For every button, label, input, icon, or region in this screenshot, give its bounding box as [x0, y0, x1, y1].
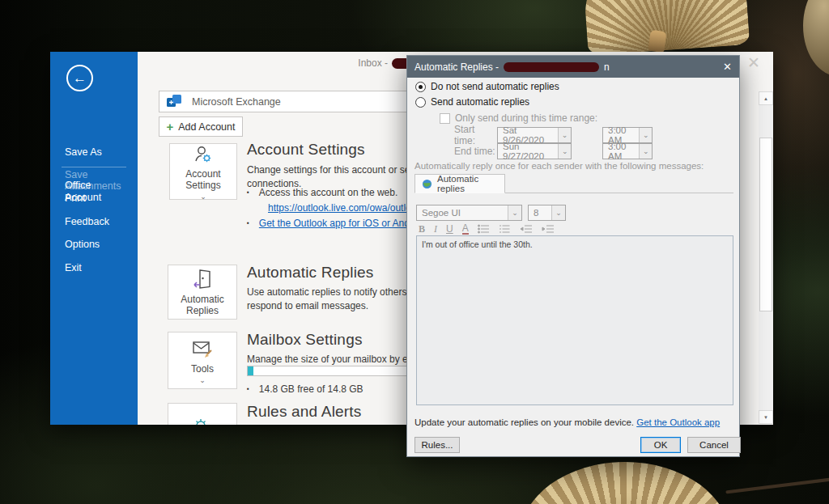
- automatic-replies-desc-line2: respond to email messages.: [247, 300, 368, 311]
- cancel-button[interactable]: Cancel: [687, 437, 741, 453]
- sidebar-item-exit[interactable]: Exit: [65, 262, 82, 273]
- font-color-icon[interactable]: A: [462, 224, 469, 235]
- automatic-replies-desc-line1: Use automatic replies to notify others t…: [247, 286, 433, 298]
- automatic-replies-dialog: Automatic Replies - n ✕ Do not send auto…: [406, 55, 740, 457]
- italic-icon[interactable]: I: [434, 223, 437, 235]
- mailbox-settings-heading: Mailbox Settings: [247, 331, 363, 349]
- radio-icon-selected[interactable]: [415, 82, 426, 92]
- tools-button[interactable]: Tools ⌄: [168, 332, 237, 389]
- envelope-broom-icon: [190, 339, 215, 360]
- dialog-titlebar: Automatic Replies - n ✕: [407, 56, 739, 78]
- mailbox-usage-fill: [248, 366, 253, 375]
- decrease-indent-icon[interactable]: [520, 224, 533, 234]
- start-date-dropdown[interactable]: Sat 9/26/2020 ⌄: [497, 127, 572, 143]
- owa-link-row: https://outlook.live.com/owa/outlook.c: [268, 202, 429, 214]
- chevron-down-icon: ⌄: [199, 378, 206, 383]
- tools-button-label: Tools: [191, 363, 214, 375]
- add-account-label: Add Account: [178, 121, 235, 133]
- background-mushroom-stem: [648, 30, 666, 53]
- dialog-close-icon[interactable]: ✕: [723, 61, 732, 73]
- bold-icon[interactable]: B: [419, 223, 425, 235]
- radio-do-not-send[interactable]: Do not send automatic replies: [415, 81, 559, 92]
- font-name-value: Segoe UI: [422, 208, 461, 218]
- checkbox-icon[interactable]: [440, 113, 450, 124]
- chevron-down-icon: ⌄: [200, 194, 206, 199]
- rules-button[interactable]: Rules...: [414, 437, 460, 453]
- end-time-label: End time:: [454, 146, 497, 157]
- font-name-dropdown[interactable]: Segoe UI ⌄: [416, 205, 522, 221]
- tab-automatic-replies-label: Automatic replies: [437, 174, 498, 193]
- time-range-checkbox-row[interactable]: Only send during this time range:: [440, 112, 597, 124]
- person-gear-icon: [193, 144, 214, 165]
- scrollbar-thumb[interactable]: [759, 138, 772, 311]
- backstage-sidebar: ← Save As Save Attachments Print Office …: [50, 52, 138, 425]
- formatting-toolbar: B I U A: [419, 222, 555, 236]
- chevron-down-icon[interactable]: ⌄: [558, 144, 571, 159]
- bullet-list-icon[interactable]: [478, 224, 490, 234]
- scroll-down-icon[interactable]: ▼: [759, 410, 773, 424]
- bullet-icon: ▪: [247, 188, 249, 196]
- dialog-title-suffix: n: [604, 61, 610, 73]
- dialog-footer: Update your automatic replies on your mo…: [414, 417, 720, 427]
- sidebar-item-save-as[interactable]: Save As: [65, 146, 102, 158]
- gear-magnifier-icon: [191, 416, 214, 425]
- automatic-replies-heading: Automatic Replies: [247, 264, 374, 282]
- window-close-icon[interactable]: ✕: [747, 53, 760, 72]
- automatic-replies-button[interactable]: Automatic Replies: [168, 265, 237, 320]
- account-settings-heading: Account Settings: [247, 141, 365, 159]
- back-button[interactable]: ←: [66, 65, 93, 91]
- exchange-icon: [166, 94, 182, 110]
- chevron-down-icon[interactable]: ⌄: [551, 205, 565, 220]
- chevron-down-icon[interactable]: ⌄: [508, 205, 521, 220]
- increase-indent-icon[interactable]: [542, 224, 555, 234]
- tab-automatic-replies[interactable]: Automatic replies: [414, 174, 505, 193]
- add-account-button[interactable]: + Add Account: [159, 116, 243, 137]
- main-scrollbar[interactable]: ▲ ▼: [759, 91, 773, 424]
- account-settings-button[interactable]: Account Settings ⌄: [169, 143, 237, 200]
- automatic-replies-button-label: Automatic Replies: [177, 294, 227, 316]
- reply-tabs: Automatic replies: [414, 174, 733, 193]
- chevron-down-icon[interactable]: ⌄: [558, 128, 571, 142]
- reply-message-box[interactable]: I'm out of office until the 30th.: [416, 235, 733, 405]
- sidebar-item-office-account[interactable]: Office Account: [65, 180, 115, 204]
- ok-button[interactable]: OK: [640, 437, 681, 453]
- end-time-row: End time: Sun 9/27/2020 ⌄ 3:00 AM ⌄: [454, 143, 653, 159]
- redacted-email: [504, 62, 599, 72]
- mailbox-storage-text: 14.8 GB free of 14.8 GB: [259, 383, 363, 395]
- numbered-list-icon[interactable]: [499, 224, 511, 234]
- time-range-checkbox-label: Only send during this time range:: [455, 112, 597, 124]
- font-size-dropdown[interactable]: 8 ⌄: [528, 205, 566, 221]
- reply-message-text: I'm out of office until the 30th.: [422, 239, 533, 249]
- rules-alerts-heading: Rules and Alerts: [247, 403, 362, 421]
- end-time-dropdown[interactable]: 3:00 AM ⌄: [602, 143, 653, 159]
- end-date-dropdown[interactable]: Sun 9/27/2020 ⌄: [497, 143, 572, 159]
- mailbox-storage-row: ▪14.8 GB free of 14.8 GB: [247, 383, 363, 395]
- owa-link[interactable]: https://outlook.live.com/owa/outlook.c: [268, 202, 429, 214]
- get-app-bullet: ▪Get the Outlook app for iOS or Androi: [247, 218, 420, 229]
- account-web-bullet: ▪Access this account on the web.: [247, 187, 397, 198]
- dialog-title: Automatic Replies -: [414, 61, 499, 73]
- radio-send-label: Send automatic replies: [431, 96, 529, 108]
- account-selector-value: Microsoft Exchange: [192, 96, 281, 108]
- scroll-up-icon[interactable]: ▲: [759, 91, 773, 105]
- underline-icon[interactable]: U: [446, 223, 453, 235]
- start-time-dropdown[interactable]: 3:00 AM ⌄: [602, 127, 653, 143]
- font-size-value: 8: [534, 208, 538, 218]
- get-outlook-app-link[interactable]: Get the Outlook app for iOS or Androi: [259, 218, 420, 229]
- sidebar-item-options[interactable]: Options: [65, 239, 100, 250]
- chevron-down-icon[interactable]: ⌄: [639, 144, 652, 159]
- radio-icon-unselected[interactable]: [415, 97, 426, 108]
- footer-text: Update your automatic replies on your mo…: [414, 417, 634, 427]
- radio-send[interactable]: Send automatic replies: [415, 96, 529, 108]
- sidebar-item-feedback[interactable]: Feedback: [65, 216, 109, 227]
- plus-icon: +: [167, 121, 174, 133]
- automatic-replies-desc: Use automatic replies to notify others t…: [247, 286, 433, 313]
- end-date-value: Sun 9/27/2020: [503, 142, 558, 161]
- get-outlook-app-link[interactable]: Get the Outlook app: [636, 417, 720, 427]
- radio-do-not-send-label: Do not send automatic replies: [431, 81, 559, 92]
- chevron-down-icon[interactable]: ⌄: [639, 128, 652, 142]
- rules-alerts-button[interactable]: [168, 403, 237, 425]
- window-title-text: Inbox -: [358, 57, 388, 69]
- globe-icon: [422, 179, 432, 189]
- bullet-icon: ▪: [247, 219, 249, 227]
